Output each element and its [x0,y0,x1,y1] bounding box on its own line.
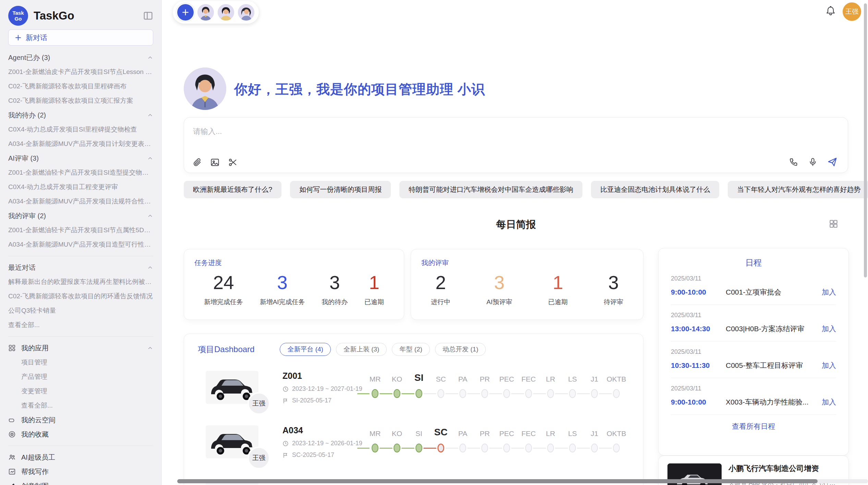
phone-icon[interactable] [789,157,798,167]
sidebar-item[interactable]: C0X4-动力总成开发项目SI里程碑提交物检查 [8,122,153,137]
sidebar-item[interactable]: C0X4-动力总成开发项目工程变更评审 [8,180,153,194]
stat: 2 进行中 [431,272,450,307]
sidebar-item[interactable]: A034-全新新能源MUV产品开发项目造型可行性评审 [8,237,153,252]
sidebar-item[interactable]: A034-全新新能源MUV产品开发项目法规符合性评审 [8,194,153,209]
milestone-label: J1 [591,427,598,438]
milestone-label: KO [392,427,402,438]
section-header-ai-review[interactable]: AI评审 (3) [8,151,153,165]
sidebar-item[interactable]: A034-全新新能源MUV产品开发项目计划变更表编写 [8,137,153,151]
chat-input[interactable]: 请输入... [184,117,848,173]
suggestion-chip[interactable]: 如何写一份清晰的项目周报 [290,181,391,198]
sidebar-item[interactable]: C02-飞腾新能源轻客改款项目立项汇报方案 [8,94,153,108]
owner-name: 王强 [252,453,265,462]
milestone-dot [415,389,422,398]
stat-label: 已逾期 [364,298,384,307]
sidebar-item-my-apps[interactable]: 我的应用 [8,341,153,355]
schedule-item: 2025/03/11 9:00-10:00 C001-立项审批会 加入 [671,268,836,304]
stat: 3 AI预评审 [486,272,512,307]
filter-chip[interactable]: 动总开发 (1) [435,343,486,356]
section-header-my-todo[interactable]: 我的待办 (2) [8,108,153,122]
sidebar-item-label: 创意制图 [21,482,153,485]
milestone-dot [525,444,532,452]
sidebar-item-creative-drawing[interactable]: 创意制图 [8,479,153,485]
app-title: TaskGo [34,9,137,22]
agent-avatar-2[interactable] [218,4,234,21]
sidebar-item-ai-super-staff[interactable]: AI超级员工 [8,450,153,464]
horizontal-scrollbar[interactable] [177,479,818,483]
sidebar-item-change-mgmt[interactable]: 变更管理 [8,384,153,398]
project-code: A034 [282,425,364,435]
image-icon[interactable] [210,158,220,167]
section-header-agent-done[interactable]: Agent已办 (3) [8,50,153,65]
project-row[interactable]: 王强 A034 2023-12-19 ~ 2026-01-19 SC-2025-… [198,425,629,459]
sidebar-item-project-mgmt[interactable]: 项目管理 [8,355,153,370]
layout-grid-icon[interactable] [829,219,838,230]
milestone-label: OKTB [606,427,626,438]
sidebar-item-label: AI超级员工 [21,453,153,462]
send-icon[interactable] [827,157,837,167]
sidebar-item-label: 帮我写作 [21,467,153,476]
milestone-label: LS [568,372,577,383]
agent-avatar-3[interactable] [238,4,254,21]
section-header-my-review[interactable]: 我的评审 (2) [8,209,153,223]
sidebar-item-help-me-write[interactable]: 帮我写作 [8,464,153,479]
agent-avatar-1[interactable] [197,4,214,21]
join-button[interactable]: 加入 [822,361,836,370]
milestone-dot [459,444,466,452]
milestone-dot [503,389,510,398]
sidebar-item-cloud-space[interactable]: 我的云空间 [8,413,153,427]
section-header-recent-chats[interactable]: 最近对话 [8,260,153,275]
sidebar-item-favorites[interactable]: 我的收藏 [8,427,153,442]
panel-toggle-icon[interactable] [143,11,153,21]
filter-chip[interactable]: 全新上装 (3) [336,343,387,356]
vertical-scrollbar[interactable] [864,3,867,277]
schedule-date: 2025/03/11 [671,275,836,282]
sidebar-item-product-mgmt[interactable]: 产品管理 [8,370,153,384]
view-all-schedule-link[interactable]: 查看所有日程 [671,422,836,431]
milestone-connector [555,393,568,394]
sidebar-item-view-all-apps[interactable]: 查看全部... [8,398,153,413]
section-title: AI评审 (3) [8,154,39,163]
filter-chip[interactable]: 年型 (2) [392,343,430,356]
schedule-title: 日程 [671,257,836,268]
section-title: Agent已办 (3) [8,53,50,62]
suggestion-chip[interactable]: 当下年轻人对汽车外观有怎样的喜好趋势 [728,181,868,198]
paperclip-icon[interactable] [192,158,202,167]
bell-icon[interactable] [825,5,836,18]
sidebar-item-view-all[interactable]: 查看全部... [8,318,153,332]
microphone-icon[interactable] [808,157,818,167]
join-button[interactable]: 加入 [822,397,836,407]
sidebar-item[interactable]: 解释最新出台的欧盟报废车法规再生塑料比例被调至15%... [8,275,153,289]
clock-icon [282,386,289,392]
project-row[interactable]: 王强 Z001 2023-12-19 ~ 2027-01-19 SI-2025-… [198,371,629,404]
sidebar-item[interactable]: Z001-全新燃油轻卡产品开发项目SI造型提交物评审 [8,165,153,180]
milestone-dot [569,389,576,398]
sidebar-item[interactable]: C02-飞腾新能源轻客改款项目的闭环通告反馈情况 [8,289,153,303]
join-button[interactable]: 加入 [822,324,836,334]
milestone-dot [459,389,466,398]
task-progress-card: 任务进度 24 新增完成任务 3 新增AI完成任务 3 我的待办 1 已逾期 [184,249,404,320]
stat: 1 已逾期 [364,272,384,307]
filter-chip[interactable]: 全新平台 (4) [280,343,331,356]
scissors-icon[interactable] [228,158,238,167]
suggestion-chip[interactable]: 比亚迪全固态电池计划具体说了什么 [591,181,719,198]
milestone-label: LS [568,427,577,438]
join-button[interactable]: 加入 [822,287,836,297]
user-avatar[interactable]: 王强 [843,2,861,21]
sidebar-item[interactable]: Z001-全新燃油轻卡产品开发项目SI节点属性5D文件评审 [8,223,153,237]
sidebar-item[interactable]: 公司Q3轻卡销量 [8,303,153,318]
user-name: 王强 [845,7,858,16]
stat-label: 新增完成任务 [204,298,243,307]
suggestion-chip[interactable]: 特朗普可能对进口汽车增税会对中国车企造成哪些影响 [399,181,582,198]
new-session-button[interactable] [177,4,194,21]
stat-label: 待评审 [604,298,623,307]
new-chat-button[interactable]: 新对话 [8,29,153,46]
project-owner-badge: 王强 [248,447,270,469]
sidebar-item[interactable]: Z001-全新燃油皮卡产品开发项目SI节点Lesson Learn报告 [8,65,153,79]
milestone-label: OKTB [606,372,626,383]
milestone-connector [401,448,414,449]
milestone-label: PEC [499,372,514,383]
sidebar-item[interactable]: C02-飞腾新能源轻客改款项目里程碑画布 [8,79,153,94]
stat-value: 3 [604,272,623,294]
suggestion-chip[interactable]: 欧洲新规最近颁布了什么? [184,181,281,198]
